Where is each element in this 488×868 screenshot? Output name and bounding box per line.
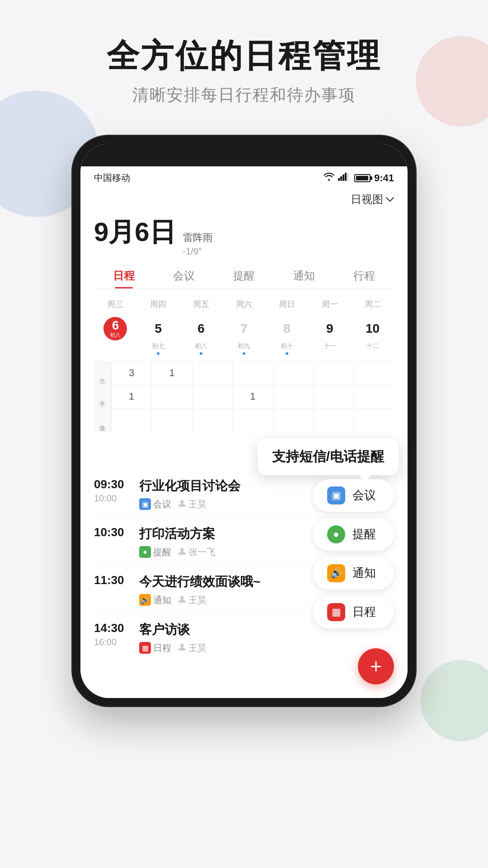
schedule-col-4 xyxy=(273,362,313,432)
schedule-grid-container: 上午 下午 晚上 3 1 1 xyxy=(94,361,394,432)
cell-6-2 xyxy=(354,409,394,432)
status-right: 9:41 xyxy=(324,172,394,184)
calendar-week: 周三 周四 周五 周六 周日 周一 周二 6 初八 xyxy=(94,294,394,358)
schedule-type-icon: ▦ xyxy=(139,642,151,654)
event-time-2: 11:30 xyxy=(94,573,139,606)
view-selector[interactable]: 日视图 xyxy=(351,192,394,207)
event-start-0: 09:30 xyxy=(94,477,139,491)
week-date-1[interactable]: 5 初七 xyxy=(137,317,180,355)
schedule-col-2 xyxy=(192,362,232,432)
week-date-2[interactable]: 6 初八 xyxy=(180,317,223,355)
action-schedule[interactable]: ▦ 日程 xyxy=(313,596,394,628)
top-bar: 日视图 xyxy=(94,188,394,210)
event-area: 支持短信/电话提醒 09:30 10:00 行业化项目讨论会 xyxy=(80,434,408,698)
cell-1-0: 1 xyxy=(152,362,192,385)
wifi-icon xyxy=(324,173,334,183)
week-date-6[interactable]: 10 十二 xyxy=(351,317,394,355)
action-reminder[interactable]: ● 提醒 xyxy=(313,518,394,551)
cell-2-1 xyxy=(192,385,232,409)
date-header: 9月6日 雷阵雨 -1/9° xyxy=(94,210,394,261)
cell-1-2 xyxy=(152,409,192,432)
phone-notch xyxy=(203,149,285,161)
week-day-3: 周六 xyxy=(223,297,266,311)
tab-notification[interactable]: 通知 xyxy=(274,261,334,288)
action-reminder-label: 提醒 xyxy=(352,526,376,542)
event-start-1: 10:30 xyxy=(94,525,139,539)
schedule-col-1: 1 xyxy=(151,362,192,432)
time-label-eve: 晚上 xyxy=(94,409,111,432)
svg-point-5 xyxy=(180,500,184,504)
cell-4-2 xyxy=(273,409,313,432)
date-num-6: 10 xyxy=(361,317,385,340)
dot-1 xyxy=(157,352,160,355)
fab-add-button[interactable]: + xyxy=(358,648,394,684)
side-time-labels: 上午 下午 晚上 xyxy=(94,362,111,432)
schedule-col-3: 1 xyxy=(232,362,272,432)
person-icon-2 xyxy=(178,594,187,606)
battery-icon xyxy=(354,174,371,182)
tooltip-bubble: 支持短信/电话提醒 xyxy=(258,439,399,475)
reminder-type-icon: ● xyxy=(139,546,151,558)
schedule-col-0: 3 1 xyxy=(111,362,151,432)
cell-3-1: 1 xyxy=(233,385,272,409)
lunar-6: 十二 xyxy=(366,342,379,350)
action-meeting[interactable]: ▣ 会议 xyxy=(313,479,394,512)
action-schedule-icon: ▦ xyxy=(327,603,345,621)
cell-6-0 xyxy=(354,362,394,385)
week-days-row: 周三 周四 周五 周六 周日 周一 周二 xyxy=(94,294,394,314)
lunar-1: 初七 xyxy=(152,342,164,350)
carrier-label: 中国移动 xyxy=(94,172,130,184)
app-content: 日视图 9月6日 雷阵雨 -1/9° xyxy=(80,188,408,432)
cell-3-0 xyxy=(233,362,272,385)
action-reminder-icon: ● xyxy=(327,525,345,543)
cell-5-2 xyxy=(314,409,353,432)
event-type-0: ▣ 会议 xyxy=(139,498,171,510)
tab-bar: 日程 会议 提醒 通知 行程 xyxy=(94,261,394,289)
week-day-4: 周日 xyxy=(265,297,308,311)
schedule-cols: 3 1 1 xyxy=(111,362,394,432)
cell-3-2 xyxy=(233,409,272,432)
week-date-0[interactable]: 6 初八 xyxy=(94,317,137,355)
event-end-3: 16:00 xyxy=(94,637,139,647)
date-num-4: 8 xyxy=(275,317,299,340)
date-num-3: 7 xyxy=(232,317,256,340)
cell-0-2 xyxy=(112,409,151,432)
fab-icon: + xyxy=(370,655,382,678)
week-date-3[interactable]: 7 初九 xyxy=(223,317,266,355)
tab-meeting[interactable]: 会议 xyxy=(154,261,214,288)
person-icon-0 xyxy=(178,499,187,510)
sub-title: 清晰安排每日行程和待办事项 xyxy=(0,84,488,106)
meeting-type-icon: ▣ xyxy=(139,498,151,510)
action-schedule-label: 日程 xyxy=(352,604,376,620)
action-meeting-icon: ▣ xyxy=(327,486,345,505)
action-notify-icon: 🔊 xyxy=(327,564,345,582)
view-selector-label: 日视图 xyxy=(351,192,383,207)
status-time: 9:41 xyxy=(374,172,394,184)
chevron-down-icon xyxy=(386,194,394,205)
event-person-2: 王昊 xyxy=(178,594,206,606)
phone-inner: 中国移动 xyxy=(80,144,408,698)
header-area: 全方位的日程管理 清晰安排每日行程和待办事项 xyxy=(0,0,488,124)
week-date-4[interactable]: 8 初十 xyxy=(265,317,308,355)
tab-schedule[interactable]: 日程 xyxy=(94,261,154,288)
time-label-am: 上午 xyxy=(94,362,111,385)
tab-reminder[interactable]: 提醒 xyxy=(214,261,274,288)
tab-itinerary[interactable]: 行程 xyxy=(334,261,394,288)
week-date-5[interactable]: 9 十一 xyxy=(308,317,351,355)
dot-2 xyxy=(200,352,202,355)
event-time-0: 09:30 10:00 xyxy=(94,477,139,510)
action-menu: ▣ 会议 ● 提醒 🔊 通知 ▦ 日程 xyxy=(313,479,394,628)
dot-3 xyxy=(243,352,245,355)
lunar-3: 初九 xyxy=(238,342,250,350)
dot-4 xyxy=(286,352,288,355)
weather-type: 雷阵雨 xyxy=(183,231,213,245)
person-icon-3 xyxy=(178,642,187,654)
schedule-col-6 xyxy=(354,362,394,432)
bg-decoration-green xyxy=(420,660,488,741)
action-notify[interactable]: 🔊 通知 xyxy=(313,557,394,590)
cell-6-1 xyxy=(354,385,394,409)
status-bar: 中国移动 xyxy=(80,166,408,188)
event-meta-3: ▦ 日程 王昊 xyxy=(139,642,394,654)
cell-1-1 xyxy=(152,385,192,409)
cell-4-0 xyxy=(273,362,313,385)
